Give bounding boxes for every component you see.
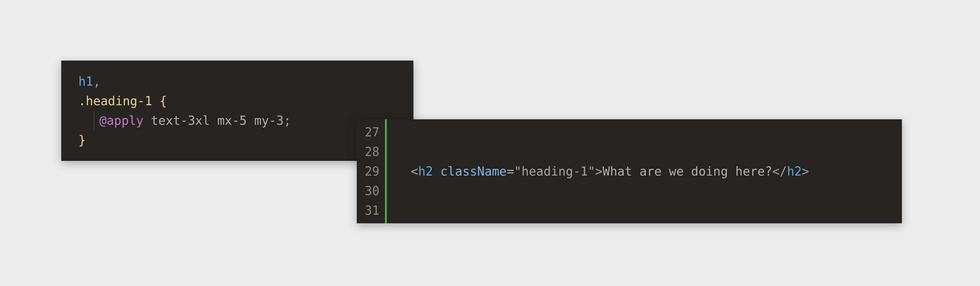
indent-guide: @apply text-3xl mx-5 my-3;: [94, 111, 291, 130]
empty-line: [396, 181, 893, 201]
code-content: <h2 className="heading-1">What are we do…: [387, 119, 902, 223]
empty-line: [396, 201, 893, 220]
code-line: }: [78, 130, 399, 150]
empty-line: [396, 142, 893, 161]
utility-values: text-3xl mx-5 my-3: [151, 114, 283, 128]
code-line: <h2 className="heading-1">What are we do…: [396, 161, 893, 181]
code-line: h1,: [78, 71, 399, 91]
jsx-attr-value: heading-1: [522, 164, 588, 179]
at-rule-token: @apply: [99, 114, 144, 128]
line-number: 28: [365, 142, 379, 161]
css-tag-selector: h1: [78, 74, 93, 88]
css-class-selector: .heading-1: [78, 94, 152, 108]
line-number: 30: [365, 181, 379, 201]
quote-token: ": [514, 164, 522, 179]
open-brace-token: {: [159, 94, 167, 108]
angle-bracket-token: >: [595, 164, 602, 179]
line-number: 31: [365, 201, 379, 220]
space: [144, 114, 151, 128]
line-number-gutter: 27 28 29 30 31: [357, 119, 387, 223]
close-brace-token: }: [78, 133, 86, 147]
space: [433, 164, 441, 179]
semicolon-token: ;: [283, 114, 291, 128]
line-number: 29: [365, 161, 379, 181]
line-number: 27: [365, 122, 379, 142]
jsx-text-content: What are we doing here?: [603, 164, 772, 179]
jsx-tag-name: h2: [418, 164, 433, 179]
space: [152, 94, 159, 108]
code-line: .heading-1 {: [78, 91, 399, 111]
angle-bracket-token: <: [411, 164, 418, 179]
comma-token: ,: [93, 74, 100, 88]
jsx-attr-name: className: [441, 164, 507, 179]
code-line: @apply text-3xl mx-5 my-3;: [78, 111, 399, 130]
angle-bracket-token: </: [772, 164, 787, 179]
equals-token: =: [506, 164, 514, 179]
jsx-tag-name: h2: [787, 164, 802, 179]
empty-line: [396, 122, 893, 142]
quote-token: ": [588, 164, 595, 179]
jsx-code-block: 27 28 29 30 31 <h2 className="heading-1"…: [357, 119, 902, 223]
angle-bracket-token: >: [802, 164, 809, 179]
